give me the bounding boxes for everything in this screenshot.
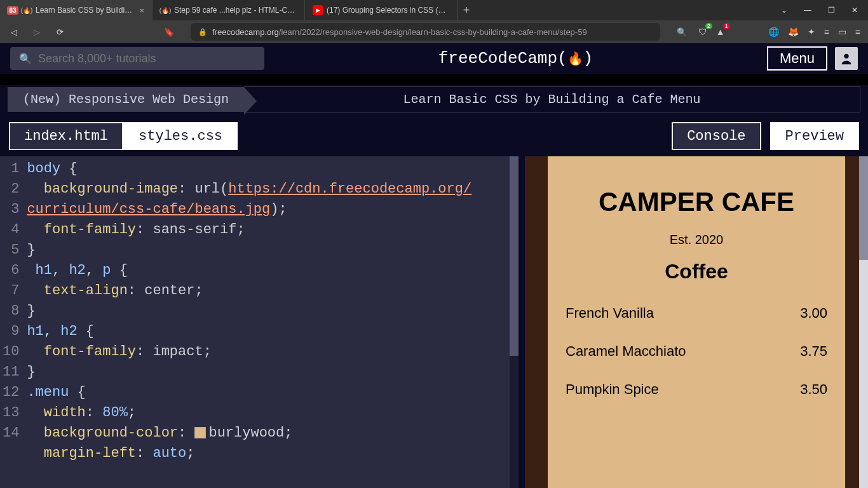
console-button[interactable]: Console — [672, 122, 761, 151]
metamask-icon[interactable]: 🦊 — [788, 27, 799, 37]
section-heading: Coffee — [566, 260, 827, 283]
translate-icon[interactable]: 🌐 — [768, 27, 779, 37]
back-button[interactable]: ◁ — [8, 27, 20, 37]
close-icon[interactable]: × — [139, 6, 144, 15]
fcc-icon: (🔥) — [160, 5, 170, 15]
preview-pane: CAMPER CAFE Est. 2020 Coffee French Vani… — [525, 150, 868, 488]
brave-rewards-icon[interactable]: ▲1 — [716, 27, 725, 37]
browser-tab-2[interactable]: (🔥) Step 59 cafe ...help plz - HTML-CSS … — [153, 0, 305, 20]
menu-item: Caramel Macchiato3.75 — [566, 343, 827, 360]
workspace: 1234567891011121314 body { background-im… — [0, 150, 868, 488]
tab-styles-css[interactable]: styles.css — [123, 122, 238, 151]
bookmark-icon[interactable]: 🔖 — [163, 27, 175, 37]
extensions-icon[interactable]: ✦ — [808, 27, 815, 37]
search-box[interactable]: 🔍 — [10, 47, 264, 70]
lock-icon: 🔒 — [198, 28, 207, 36]
forward-button[interactable]: ▷ — [31, 27, 43, 37]
fcc-icon: (🔥) — [22, 5, 32, 15]
editor-tabs: index.html styles.css Console Preview — [0, 113, 868, 150]
svg-point-0 — [844, 54, 848, 58]
editor-scrollbar[interactable] — [510, 156, 519, 488]
browser-tab-3[interactable]: ▶ (17) Grouping Selectors in CSS (Hindi) — [305, 0, 458, 20]
menu-button[interactable]: Menu — [767, 46, 827, 71]
user-icon — [839, 51, 853, 65]
browser-tabs: 83 (🔥) Learn Basic CSS by Building a Caf… — [0, 0, 771, 20]
crumb-lesson[interactable]: Learn Basic CSS by Building a Cafe Menu — [244, 86, 860, 112]
pane-splitter[interactable] — [519, 150, 525, 488]
menu-icon[interactable]: ≡ — [855, 27, 860, 37]
menu-item: French Vanilla3.00 — [566, 305, 827, 322]
search-icon: 🔍 — [19, 53, 32, 65]
browser-titlebar: 83 (🔥) Learn Basic CSS by Building a Caf… — [0, 0, 868, 20]
preview-button[interactable]: Preview — [770, 122, 859, 151]
browser-tab-1[interactable]: 83 (🔥) Learn Basic CSS by Building a Caf… — [0, 0, 153, 20]
window-controls: ⌄ — ❐ ✕ — [771, 0, 868, 20]
fcc-logo[interactable]: freeCodeCamp(🔥) — [264, 49, 767, 68]
cafe-title: CAMPER CAFE — [566, 187, 827, 217]
crumb-course[interactable]: (New) Responsive Web Design — [8, 87, 244, 112]
line-numbers: 1234567891011121314 — [0, 156, 24, 488]
search-input[interactable] — [38, 52, 255, 65]
url-text: freecodecamp.org/learn/2022/responsive-w… — [212, 27, 587, 37]
reload-button[interactable]: ⟳ — [53, 27, 66, 37]
tab-title: Step 59 cafe ...help plz - HTML-CSS - T — [174, 6, 297, 15]
extension-icons: 🛡2 ▲1 🌐 🦊 ✦ ≡ ▭ ≡ — [698, 27, 860, 37]
menu-card: CAMPER CAFE Est. 2020 Coffee French Vani… — [548, 156, 845, 488]
breadcrumb: (New) Responsive Web Design Learn Basic … — [0, 85, 868, 113]
tab-title: (17) Grouping Selectors in CSS (Hindi) — [327, 6, 449, 15]
close-window-icon[interactable]: ✕ — [851, 6, 858, 15]
fcc-header: 🔍 freeCodeCamp(🔥) Menu — [0, 43, 868, 74]
maximize-icon[interactable]: ❐ — [828, 6, 835, 15]
minimize-icon[interactable]: — — [804, 6, 811, 15]
code-editor[interactable]: 1234567891011121314 body { background-im… — [0, 150, 519, 488]
youtube-icon: ▶ — [313, 5, 323, 15]
tab-index-html[interactable]: index.html — [9, 122, 123, 151]
fcc-favicon: 83 — [8, 5, 18, 15]
url-box[interactable]: 🔒 freecodecamp.org/learn/2022/responsive… — [191, 23, 660, 41]
cafe-established: Est. 2020 — [566, 233, 827, 247]
new-tab-button[interactable]: + — [458, 0, 475, 20]
brave-shield-icon[interactable]: 🛡2 — [698, 27, 707, 37]
reading-list-icon[interactable]: ≡ — [824, 27, 829, 37]
code-content[interactable]: body { background-image: url(https://cdn… — [24, 156, 477, 488]
menu-item: Pumpkin Spice3.50 — [566, 381, 827, 398]
wallet-icon[interactable]: ▭ — [838, 27, 846, 37]
tab-title: Learn Basic CSS by Building a Caf — [36, 6, 135, 15]
chevron-down-icon[interactable]: ⌄ — [781, 6, 787, 15]
address-bar: ◁ ▷ ⟳ 🔖 🔒 freecodecamp.org/learn/2022/re… — [0, 20, 868, 43]
preview-scrollbar[interactable] — [859, 156, 868, 488]
avatar[interactable] — [835, 47, 858, 70]
zoom-icon[interactable]: 🔍 — [675, 27, 688, 37]
